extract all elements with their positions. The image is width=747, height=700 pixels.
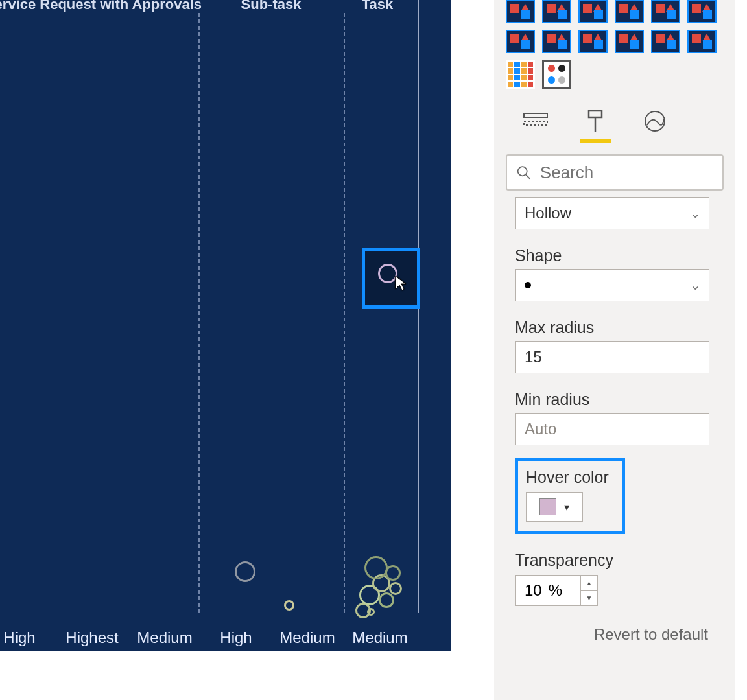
x-tick-label: High xyxy=(220,629,252,647)
spinner-down-button[interactable]: ▼ xyxy=(581,591,597,606)
transparency-label: Transparency xyxy=(515,551,724,570)
viz-thumb[interactable] xyxy=(615,30,644,53)
shape-dot-icon xyxy=(525,282,531,288)
marker-style-value: Hollow xyxy=(525,204,571,222)
column-header: Service Request with Approvals xyxy=(0,0,202,13)
data-bubble[interactable] xyxy=(284,600,294,611)
hover-color-group-highlight: Hover color ▾ xyxy=(515,458,625,534)
hover-color-picker[interactable]: ▾ xyxy=(526,492,583,522)
tab-format[interactable] xyxy=(580,110,611,143)
category-divider xyxy=(344,13,345,613)
shape-label: Shape xyxy=(515,246,724,265)
data-bubble[interactable] xyxy=(235,561,255,582)
viz-thumb[interactable] xyxy=(506,30,535,53)
data-bubble[interactable] xyxy=(389,582,402,595)
svg-point-4 xyxy=(645,111,665,131)
hover-color-label: Hover color xyxy=(526,468,609,487)
data-bubble[interactable] xyxy=(364,556,388,579)
marker-style-select[interactable]: Hollow ⌄ xyxy=(515,197,709,229)
svg-rect-0 xyxy=(524,113,547,117)
viz-thumb[interactable] xyxy=(651,0,680,23)
viz-thumb[interactable] xyxy=(542,0,571,23)
transparency-input[interactable]: 10 % ▲ ▼ xyxy=(515,575,598,606)
viz-thumb[interactable] xyxy=(506,0,535,23)
column-header: Sub-task xyxy=(241,0,302,13)
x-tick-label: Medium xyxy=(352,629,407,647)
viz-thumb-heatmap[interactable] xyxy=(506,60,535,89)
tab-fields[interactable] xyxy=(520,110,551,143)
data-bubble[interactable] xyxy=(379,592,394,608)
max-radius-input[interactable]: 15 xyxy=(515,341,709,373)
data-bubble[interactable] xyxy=(367,608,375,616)
svg-rect-1 xyxy=(524,121,547,125)
search-icon xyxy=(516,164,531,181)
x-tick-label: Medium xyxy=(137,629,192,647)
spinner-up-button[interactable]: ▲ xyxy=(581,576,597,591)
hover-color-swatch xyxy=(540,498,556,515)
viz-thumb[interactable] xyxy=(687,0,717,23)
viz-thumb[interactable] xyxy=(651,30,680,53)
category-divider xyxy=(198,13,200,613)
visualizations-format-pane: Hollow ⌄ Shape ⌄ Max radius 15 xyxy=(494,0,735,700)
tab-analytics[interactable] xyxy=(639,110,670,143)
min-radius-label: Min radius xyxy=(515,390,724,409)
data-bubble[interactable] xyxy=(385,565,401,581)
max-radius-label: Max radius xyxy=(515,318,724,337)
chevron-down-icon: ⌄ xyxy=(690,277,701,293)
format-search-input[interactable] xyxy=(540,163,713,183)
pane-tabs xyxy=(494,99,735,143)
min-radius-input[interactable]: Auto xyxy=(515,413,709,445)
hovered-bubble[interactable] xyxy=(378,264,397,283)
chevron-down-icon: ⌄ xyxy=(690,205,701,221)
svg-point-5 xyxy=(518,167,527,176)
column-header: Task xyxy=(362,0,394,13)
viz-thumb[interactable] xyxy=(687,30,717,53)
shape-select[interactable]: ⌄ xyxy=(515,269,709,301)
format-search[interactable] xyxy=(506,154,724,191)
svg-line-6 xyxy=(526,175,530,179)
x-tick-label: High xyxy=(3,629,35,647)
viz-thumb[interactable] xyxy=(615,0,644,23)
caret-down-icon: ▾ xyxy=(564,501,569,513)
viz-thumb-custom[interactable] xyxy=(542,60,571,89)
viz-thumb[interactable] xyxy=(578,30,608,53)
x-tick-label: Medium xyxy=(279,629,335,647)
visualization-gallery xyxy=(494,0,735,99)
report-canvas[interactable]: Service Request with ApprovalsSub-taskTa… xyxy=(0,0,451,700)
revert-to-default-link[interactable]: Revert to default xyxy=(594,625,708,643)
viz-thumb[interactable] xyxy=(542,30,571,53)
svg-rect-2 xyxy=(589,111,602,117)
viz-thumb[interactable] xyxy=(578,0,608,23)
x-tick-label: Highest xyxy=(65,629,118,647)
